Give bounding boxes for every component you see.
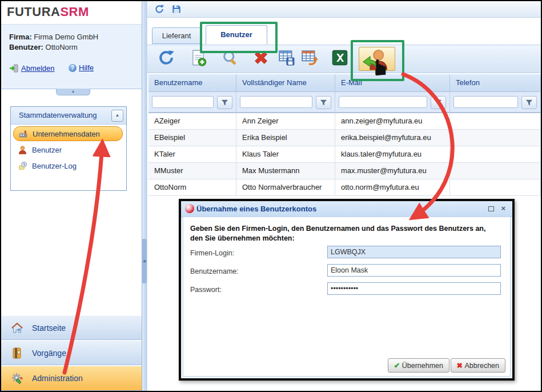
table-cell[interactable]: klaus.taler@myfutura.eu — [335, 146, 450, 163]
passwort-label: Passwort: — [190, 286, 222, 294]
filter-input-telefon[interactable] — [453, 96, 518, 108]
user-line: Benutzer: OttoNorm — [9, 43, 78, 51]
table-cell[interactable]: Ann Zeiger — [236, 113, 335, 130]
table-save-icon[interactable] — [278, 49, 295, 66]
maximize-icon[interactable] — [488, 206, 494, 211]
nav-item-startseite[interactable]: Startseite — [1, 315, 142, 340]
sidebar-splitter[interactable] — [142, 1, 147, 391]
nav-item-vorgaenge[interactable]: Vorgänge — [1, 341, 142, 365]
nav-item-administration[interactable]: Administration — [1, 366, 142, 391]
table-cell[interactable]: EBeispiel — [148, 130, 236, 146]
filter-button[interactable] — [316, 96, 331, 109]
filter-input-name[interactable] — [240, 96, 312, 108]
column-label: Benutzername — [154, 78, 203, 87]
table-cell[interactable] — [450, 179, 541, 196]
table-cell[interactable]: Max Mustermann — [236, 163, 335, 179]
table-cell[interactable]: otto.norm@myfutura.eu — [335, 179, 450, 196]
table-cell[interactable]: Klaus Taler — [236, 146, 335, 163]
filter-input-benutzername[interactable] — [152, 96, 214, 108]
nav-item-label: Administration — [32, 374, 83, 383]
firmen-login-label: Firmen-Login: — [190, 249, 234, 257]
table-cell[interactable] — [450, 113, 541, 130]
filter-input-email[interactable] — [339, 96, 427, 108]
filter-button[interactable] — [217, 96, 232, 109]
sidebar-item-label: Benutzer-Log — [32, 162, 77, 170]
logout-label[interactable]: Abmelden — [21, 64, 55, 73]
benutzername-field[interactable] — [327, 264, 501, 277]
dialog-title: Übernahme eines Benutzerkontos — [196, 205, 316, 213]
table-cell[interactable] — [450, 130, 541, 146]
help-icon: ? — [69, 64, 77, 72]
logout-icon — [9, 63, 19, 73]
app-logo: FUTURASRM — [7, 5, 89, 19]
sidebar-item-label: Unternehmensdaten — [33, 130, 100, 138]
app-window: FUTURASRM Firma: Firma Demo GmbH Benutze… — [0, 0, 542, 392]
window-toolbar — [147, 1, 541, 18]
cross-icon: ✖ — [457, 362, 465, 370]
company-icon — [18, 129, 28, 139]
passwort-field[interactable] — [327, 282, 501, 295]
table-cell[interactable]: max.muster@myfutura.eu — [335, 163, 450, 179]
filter-button[interactable] — [521, 96, 537, 109]
refresh-icon[interactable] — [154, 4, 164, 14]
checkmark-icon: ✔ — [394, 362, 402, 370]
benutzername-label: Benutzername: — [190, 267, 239, 275]
sidebar-item-label: Benutzer — [32, 146, 62, 154]
filter-cell — [148, 92, 236, 113]
sidebar-item-benutzer-log[interactable]: Benutzer-Log — [13, 158, 123, 173]
tab-lieferant[interactable]: Lieferant — [152, 27, 201, 44]
logo-futura: FUTURA — [7, 5, 60, 19]
logo-srm: SRM — [60, 5, 89, 19]
stammdaten-panel: Stammdatenverwaltung ▲ Unternehmensdaten… — [10, 106, 127, 191]
company-value: Firma Demo GmbH — [32, 33, 98, 41]
table-cell[interactable]: ann.zeiger@myfutura.eu — [335, 113, 450, 130]
confirm-label: Übernehmen — [402, 362, 443, 370]
column-label: Vollständiger Name — [242, 78, 307, 87]
column-header-telefon[interactable]: Telefon — [450, 74, 541, 92]
firmen-login-field[interactable] — [327, 246, 501, 258]
table-cell[interactable]: OttoNorm — [148, 179, 236, 196]
table-cell[interactable]: Otto Normalverbraucher — [236, 179, 335, 196]
company-label: Firma: — [9, 33, 32, 41]
filter-button[interactable] — [431, 96, 446, 109]
table-cell[interactable]: MMuster — [148, 163, 236, 179]
user-icon — [18, 145, 27, 155]
dialog-app-icon — [185, 204, 194, 213]
table-cell[interactable] — [450, 146, 541, 163]
help-label[interactable]: Hilfe — [79, 63, 94, 72]
confirm-button[interactable]: ✔ Übernehmen — [388, 358, 449, 373]
dialog-instruction: Geben Sie den Firmen-Login, den Benutzer… — [190, 224, 485, 243]
user-label: Benutzer: — [9, 43, 43, 51]
sidebar-item-benutzer[interactable]: Benutzer — [13, 142, 123, 157]
logout-link[interactable]: Abmelden — [9, 63, 55, 73]
table-cell[interactable]: AZeiger — [148, 113, 236, 130]
table-cell[interactable] — [450, 163, 541, 179]
column-header-name[interactable]: Vollständiger Name — [236, 74, 335, 92]
filter-cell — [450, 92, 541, 113]
table-cell[interactable]: Erika Beispiel — [236, 130, 335, 146]
column-header-benutzername[interactable]: Benutzername — [148, 74, 236, 92]
table-export-icon[interactable] — [301, 49, 318, 66]
takeover-dialog: Übernahme eines Benutzerkontos × Geben S… — [179, 199, 515, 381]
excel-export-icon[interactable] — [331, 49, 348, 66]
stammdaten-panel-header[interactable]: Stammdatenverwaltung ▲ — [11, 107, 126, 125]
help-link[interactable]: ? Hilfe — [69, 63, 94, 72]
instruction-line1: Geben Sie den Firmen-Login, den Benutzer… — [190, 224, 485, 234]
save-icon[interactable] — [171, 4, 182, 14]
splitter-collapse-handle[interactable]: ◀ — [142, 239, 147, 283]
company-line: Firma: Firma Demo GmbH — [9, 33, 98, 41]
refresh-icon[interactable] — [158, 49, 175, 66]
session-info-box: Firma: Firma Demo GmbH Benutzer: OttoNor… — [1, 24, 142, 89]
sidebar-collapse-handle[interactable]: ▲ — [56, 89, 90, 95]
cancel-button[interactable]: ✖ Abbrechen — [451, 358, 505, 373]
instruction-line2: den Sie übernehmen möchten: — [190, 234, 485, 243]
close-icon[interactable]: × — [501, 205, 505, 213]
dialog-titlebar[interactable]: Übernahme eines Benutzerkontos × — [181, 201, 512, 217]
table-cell[interactable]: KTaler — [148, 146, 236, 163]
sidebar-item-unternehmensdaten[interactable]: Unternehmensdaten — [13, 126, 123, 141]
nav-item-label: Startseite — [32, 323, 66, 333]
panel-collapse-button[interactable]: ▲ — [111, 110, 123, 122]
binder-icon — [10, 346, 24, 360]
cursor-hand-icon: ☛ — [368, 58, 393, 77]
table-cell[interactable]: erika.beispiel@myfutura.eu — [335, 130, 450, 146]
